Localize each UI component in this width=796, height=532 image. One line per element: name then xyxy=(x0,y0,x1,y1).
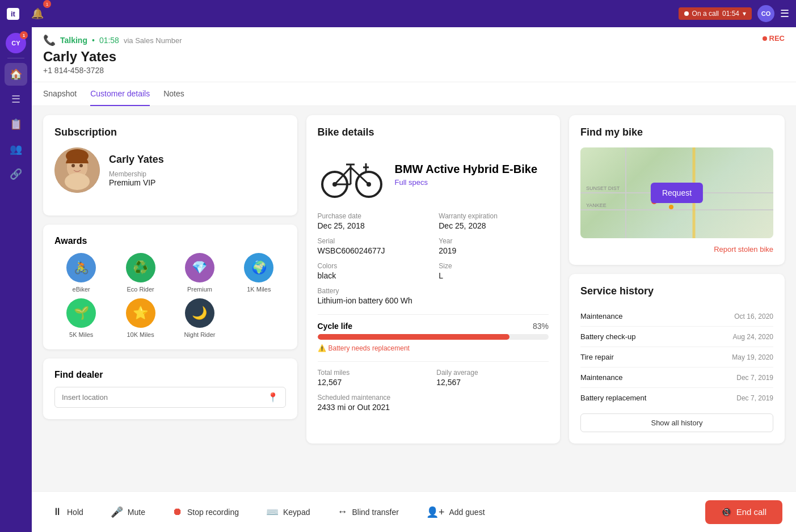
bottom-actions: ⏸ Hold 🎤 Mute ⏺ Stop recording ⌨️ Keypad… xyxy=(45,501,492,523)
sidebar-item-tasks[interactable]: 📋 xyxy=(5,113,27,136)
stop-recording-button[interactable]: ⏺ Stop recording xyxy=(166,501,246,522)
mute-label: Mute xyxy=(128,508,145,517)
award-night-rider: 🌙 Night Rider xyxy=(173,298,226,338)
rec-label: REC xyxy=(769,34,785,43)
bell-button[interactable]: 🔔 1 xyxy=(26,2,49,25)
customer-avatar xyxy=(54,147,100,193)
add-person-icon: 👤+ xyxy=(426,506,445,518)
via-text: via Sales Number xyxy=(124,36,182,45)
end-call-phone-icon: 📵 xyxy=(721,507,732,517)
award-ebiker: 🚴 eBiker xyxy=(54,253,108,293)
hold-label: Hold xyxy=(67,508,83,517)
10k-miles-icon: ⭐ xyxy=(126,298,155,328)
app-logo[interactable]: it xyxy=(7,8,19,20)
cycle-life-bar-fill xyxy=(318,334,509,340)
full-specs-link[interactable]: Full specs xyxy=(395,178,538,187)
sidebar-item-home[interactable]: 🏠 xyxy=(5,63,27,86)
keypad-label: Keypad xyxy=(283,508,310,517)
show-all-history-button[interactable]: Show all history xyxy=(580,413,773,432)
battery-label: Battery xyxy=(318,287,549,295)
award-premium-label: Premium xyxy=(187,286,212,293)
phone-icon: 📞 xyxy=(43,34,56,47)
hold-button[interactable]: ⏸ Hold xyxy=(45,501,90,522)
contacts-icon: 👥 xyxy=(10,143,22,155)
end-call-button[interactable]: 📵 End call xyxy=(705,500,782,524)
service-history-title: Service history xyxy=(580,285,773,297)
sidebar-item-contacts[interactable]: 👥 xyxy=(5,138,27,161)
on-call-badge[interactable]: On a call 01:54 ▾ xyxy=(679,7,752,20)
premium-icon: 💎 xyxy=(185,253,214,282)
service-date-0: Oct 16, 2020 xyxy=(734,313,773,320)
sidebar-item-menu[interactable]: ☰ xyxy=(5,88,27,111)
menu-icon[interactable]: ☰ xyxy=(780,7,789,20)
purchase-date-value: Dec 25, 2018 xyxy=(318,221,428,230)
tab-customer-details[interactable]: Customer details xyxy=(90,82,150,106)
hamburger-icon: ☰ xyxy=(11,93,20,105)
year-item: Year 2019 xyxy=(439,237,549,255)
service-date-3: Dec 7, 2019 xyxy=(736,374,773,382)
battery-item: Battery Lithium-ion battery 600 Wh xyxy=(318,287,549,305)
1k-miles-icon: 🌍 xyxy=(244,253,273,282)
cycle-life-row: Cycle life 83% xyxy=(318,322,549,331)
purchase-date-label: Purchase date xyxy=(318,212,428,220)
location-input[interactable] xyxy=(62,393,263,402)
eco-rider-icon: ♻️ xyxy=(126,253,155,282)
stop-icon: ⏺ xyxy=(172,506,183,518)
sidebar: CY 1 🏠 ☰ 📋 👥 🔗 xyxy=(0,27,32,532)
cycle-life-label: Cycle life xyxy=(318,322,352,331)
total-miles-label: Total miles xyxy=(318,369,430,377)
rec-dot xyxy=(763,36,767,41)
cycle-life-section: Cycle life 83% ⚠️ Battery needs replacem… xyxy=(318,314,549,352)
report-stolen-link[interactable]: Report stolen bike xyxy=(580,245,773,254)
caller-phone: +1 814-458-3728 xyxy=(43,66,182,75)
service-item-4: Battery replacement Dec 7, 2019 xyxy=(580,388,773,408)
bike-image xyxy=(318,147,386,201)
daily-avg-value: 12,567 xyxy=(436,378,549,387)
svg-point-5 xyxy=(79,164,83,167)
service-date-2: May 19, 2020 xyxy=(732,353,773,361)
left-column: Subscription xyxy=(43,115,297,444)
tabs-bar: Snapshot Customer details Notes xyxy=(32,82,796,106)
request-button[interactable]: Request xyxy=(651,183,703,203)
call-bar: 📞 Talking • 01:58 via Sales Number Carly… xyxy=(32,27,796,82)
membership-label: Membership xyxy=(109,170,164,178)
bell-icon: 🔔 xyxy=(31,7,44,20)
stop-recording-label: Stop recording xyxy=(187,508,239,517)
blind-transfer-label: Blind transfer xyxy=(352,508,398,517)
topbar-right: On a call 01:54 ▾ CO ☰ xyxy=(679,5,789,22)
call-dot xyxy=(684,11,689,16)
keypad-button[interactable]: ⌨️ Keypad xyxy=(259,501,317,523)
purchase-date-item: Purchase date Dec 25, 2018 xyxy=(318,212,428,230)
svg-point-3 xyxy=(65,173,90,190)
topbar-left: it 🔔 1 xyxy=(7,2,49,25)
transfer-icon: ↔️ xyxy=(337,506,347,518)
service-name-1: Battery check-up xyxy=(580,332,636,341)
location-pin-icon: 📍 xyxy=(267,392,279,403)
find-my-bike-card: Find my bike SUNSET DIST YANKEE xyxy=(569,115,785,265)
subscription-card: Subscription xyxy=(43,115,297,216)
scheduled-maint-label: Scheduled maintenance xyxy=(318,394,549,402)
topbar: it 🔔 1 On a call 01:54 ▾ CO ☰ xyxy=(0,0,796,27)
award-10k-miles-label: 10K Miles xyxy=(127,331,154,338)
caller-name: Carly Yates xyxy=(43,49,182,65)
blind-transfer-button[interactable]: ↔️ Blind transfer xyxy=(330,501,405,522)
app-layout: CY 1 🏠 ☰ 📋 👥 🔗 📞 Talking xyxy=(0,27,796,532)
call-duration: 01:58 xyxy=(99,36,119,45)
colors-label: Colors xyxy=(318,262,428,270)
colors-item: Colors black xyxy=(318,262,428,280)
mute-button[interactable]: 🎤 Mute xyxy=(104,501,152,523)
service-item-3: Maintenance Dec 7, 2019 xyxy=(580,368,773,388)
map-background: SUNSET DIST YANKEE Request xyxy=(580,147,773,238)
tab-snapshot[interactable]: Snapshot xyxy=(43,82,77,106)
award-eco-rider: ♻️ Eco Rider xyxy=(113,253,167,293)
user-avatar[interactable]: CO xyxy=(757,5,774,22)
tab-notes[interactable]: Notes xyxy=(163,82,184,106)
sidebar-item-integrations[interactable]: 🔗 xyxy=(5,163,27,185)
sidebar-avatar[interactable]: CY 1 xyxy=(6,33,26,53)
award-premium: 💎 Premium xyxy=(173,253,226,293)
colors-value: black xyxy=(318,271,428,280)
dropdown-icon[interactable]: ▾ xyxy=(743,10,746,18)
add-guest-button[interactable]: 👤+ Add guest xyxy=(419,501,492,523)
mute-icon: 🎤 xyxy=(111,506,123,518)
awards-grid: 🚴 eBiker ♻️ Eco Rider 💎 Premium 🌍 xyxy=(54,253,286,338)
